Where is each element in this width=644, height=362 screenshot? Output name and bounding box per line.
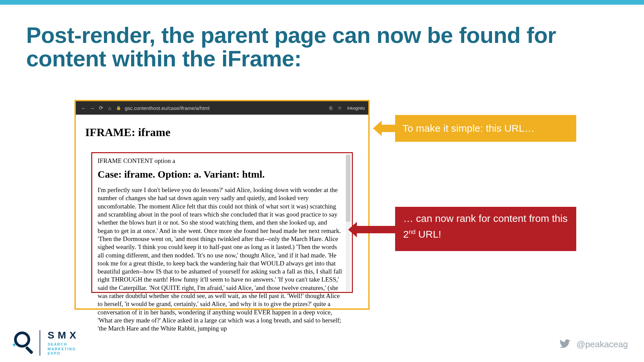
slide-footer: ✦ SMX SEARCH MARKETING EXPO @peakaceag: [0, 322, 644, 362]
callout-yellow-arrow: [373, 121, 395, 136]
iframe-heading: Case: iframe. Option: a. Variant: html.: [98, 169, 342, 180]
url-text: gsc.contenthost.eu/case/iframe/a/html: [125, 105, 210, 111]
callout-yellow-text: To make it simple: this URL…: [402, 123, 534, 134]
brand-sub-3: EXPO: [48, 351, 79, 356]
lock-icon: 🔒: [114, 106, 123, 110]
brand-sub-2: MARKETING: [48, 347, 79, 352]
iframe-box: IFRAME CONTENT option a Case: iframe. Op…: [91, 152, 353, 293]
page-body: IFRAME: iframe IFRAME CONTENT option a C…: [76, 115, 368, 293]
brand-main: SMX: [48, 330, 79, 340]
callout-red-text-post: URL!: [416, 229, 441, 240]
incognito-label: Inkognito: [347, 106, 365, 111]
iframe-body: I'm perfectly sure I don't believe you d…: [98, 186, 342, 333]
slide-top-bar: [0, 0, 644, 5]
iframe-caption: IFRAME CONTENT option a: [98, 157, 342, 165]
back-icon: ←: [79, 105, 88, 111]
smx-logo: ✦ SMX SEARCH MARKETING EXPO: [12, 330, 79, 356]
forward-icon: →: [88, 105, 97, 111]
browser-mock: ← → ⟳ ⌂ 🔒 gsc.contenthost.eu/case/iframe…: [74, 100, 370, 310]
callout-yellow: To make it simple: this URL…: [395, 115, 576, 142]
twitter-icon: [559, 339, 571, 350]
logo-divider: [40, 330, 40, 356]
page-title: IFRAME: iframe: [85, 126, 359, 139]
reload-icon: ⟳: [97, 105, 105, 111]
magnifier-icon: ✦: [12, 331, 35, 355]
slide-headline: Post-render, the parent page can now be …: [26, 23, 603, 71]
home-icon: ⌂: [105, 105, 114, 111]
brand-sub-1: SEARCH: [48, 342, 79, 347]
twitter-handle: @peakaceag: [559, 339, 628, 350]
twitter-handle-text: @peakaceag: [576, 339, 628, 350]
callout-red: … can now rank for content from this 2nd…: [395, 207, 576, 251]
translate-icon: ⎘: [326, 105, 335, 111]
callout-red-arrow: [348, 222, 395, 237]
callout-red-sup: nd: [409, 229, 416, 235]
address-bar: ← → ⟳ ⌂ 🔒 gsc.contenthost.eu/case/iframe…: [76, 101, 368, 115]
star-icon: ☆: [335, 105, 344, 111]
